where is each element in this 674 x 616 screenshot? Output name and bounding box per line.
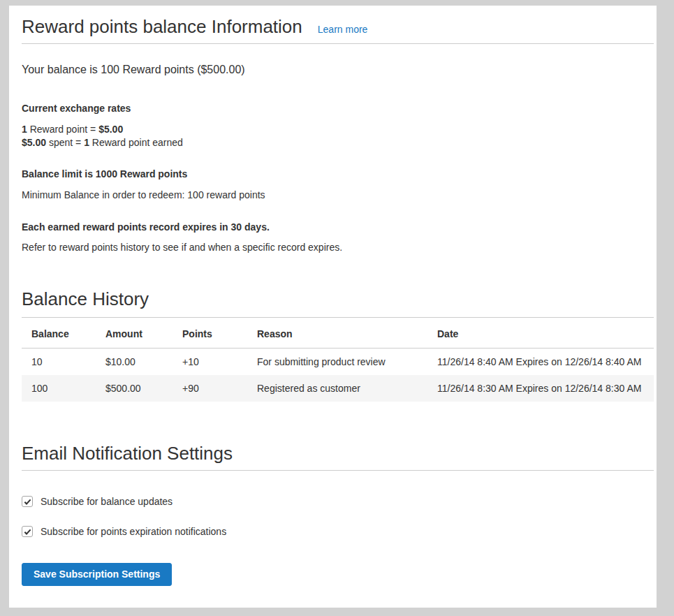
balance-history-title: Balance History — [22, 288, 654, 310]
spend-points-value: 1 — [84, 137, 89, 148]
spend-tail-text: Reward point earned — [89, 137, 183, 148]
cell-points: +90 — [173, 375, 247, 402]
rate-mid-text: Reward point = — [27, 124, 98, 135]
balance-summary: Your balance is 100 Reward points ($500.… — [22, 63, 654, 77]
cell-date: 11/26/14 8:30 AM Expires on 12/26/14 8:3… — [427, 375, 654, 402]
rate-earn-line: 1 Reward point = $5.00 — [22, 124, 123, 135]
subscribe-expiration-row: Subscribe for points expiration notifica… — [22, 526, 654, 537]
column-header-balance: Balance — [22, 318, 96, 349]
column-header-amount: Amount — [96, 318, 173, 349]
history-row: 10 $10.00 +10 For submitting product rev… — [22, 349, 654, 376]
rate-amount-value: $5.00 — [98, 124, 123, 135]
expiry-heading: Each earned reward points record expires… — [22, 221, 654, 233]
save-subscription-button[interactable]: Save Subscription Settings — [22, 563, 172, 586]
exchange-rates: 1 Reward point = $5.00 $5.00 spent = 1 R… — [22, 123, 654, 149]
cell-balance: 100 — [22, 375, 96, 402]
history-row: 100 $500.00 +90 Registered as customer 1… — [22, 375, 654, 402]
history-header-row: Balance Amount Points Reason Date — [22, 318, 654, 349]
exchange-rates-heading: Current exchange rates — [22, 102, 654, 115]
cell-reason: Registered as customer — [247, 375, 427, 402]
subscribe-balance-row: Subscribe for balance updates — [22, 496, 654, 507]
rate-points-value: 1 — [22, 124, 27, 135]
cell-amount: $10.00 — [96, 349, 173, 376]
learn-more-link[interactable]: Learn more — [318, 24, 368, 35]
email-settings-divider — [22, 470, 654, 471]
email-settings-title: Email Notification Settings — [22, 442, 654, 464]
reward-points-panel: Reward points balance Information Learn … — [9, 6, 657, 608]
balance-limit-heading: Balance limit is 1000 Reward points — [22, 168, 654, 180]
cell-balance: 10 — [22, 349, 96, 376]
spend-mid-text: spent = — [46, 137, 84, 148]
page-title: Reward points balance Information — [22, 15, 302, 38]
expiry-text: Refer to reward points history to see if… — [22, 241, 654, 254]
page-header: Reward points balance Information Learn … — [22, 15, 654, 38]
checkmark-icon — [24, 528, 31, 536]
subscribe-expiration-checkbox[interactable] — [22, 526, 33, 537]
subscribe-expiration-label[interactable]: Subscribe for points expiration notifica… — [41, 526, 226, 537]
rate-spend-line: $5.00 spent = 1 Reward point earned — [22, 137, 183, 148]
cell-points: +10 — [173, 349, 247, 376]
header-divider — [22, 43, 654, 44]
subscribe-balance-label[interactable]: Subscribe for balance updates — [41, 496, 173, 507]
cell-amount: $500.00 — [96, 375, 173, 402]
minimum-balance-text: Minimum Balance in order to redeem: 100 … — [22, 189, 654, 201]
column-header-date: Date — [427, 318, 654, 349]
cell-date: 11/26/14 8:40 AM Expires on 12/26/14 8:4… — [427, 349, 654, 376]
column-header-points: Points — [173, 318, 247, 349]
cell-reason: For submitting product review — [247, 349, 427, 376]
balance-history-table: Balance Amount Points Reason Date 10 $10… — [22, 318, 654, 402]
spend-amount-value: $5.00 — [22, 137, 46, 148]
subscribe-balance-checkbox[interactable] — [22, 496, 33, 507]
column-header-reason: Reason — [247, 318, 427, 349]
checkmark-icon — [24, 498, 31, 506]
